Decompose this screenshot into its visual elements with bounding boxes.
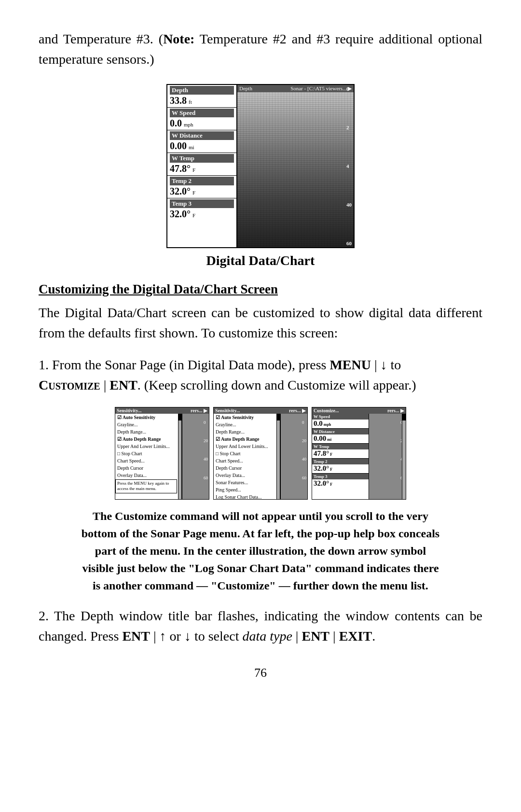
- panel2-item-2: Depth Range...: [214, 428, 274, 435]
- panel3-sonar: 0204060: [369, 414, 406, 499]
- panel1-header: Sensitivity... rers... ▶: [115, 407, 209, 414]
- panel3-temp3-value: 32.0°F: [312, 479, 369, 488]
- caption2-line1: The Customize command will not appear un…: [93, 510, 428, 522]
- panel1-scale: 0204060: [204, 419, 208, 482]
- menu-key: MENU: [329, 357, 371, 372]
- panel3-header-left: Customize...: [314, 408, 339, 413]
- panel2-item-5: □ Stop Chart: [214, 450, 274, 457]
- caption2-line4: visible just below the "Log Sonar Chart …: [82, 562, 439, 574]
- body-text: The Digital Data/Chart screen can be cus…: [39, 303, 482, 343]
- panel3-wdist-label: W Distance: [312, 429, 369, 434]
- panel2-item-7: Depth Cursor: [214, 464, 274, 472]
- panel1-content: ☑ Auto Sensitivity Grayline... Depth Ran…: [115, 414, 209, 499]
- sonar-header-left: Depth: [239, 85, 252, 92]
- panel3-wspeed-label: W Speed: [312, 414, 369, 420]
- panel1-header-left: Sensitivity...: [117, 408, 141, 413]
- panel1-item-8: Overlay Data...: [115, 472, 176, 479]
- panel2-sonar: 0204060: [280, 414, 307, 499]
- step2-number: 2.: [39, 608, 49, 623]
- panel1-scrollbar-thumb: [178, 414, 182, 420]
- wspeed-label: W Speed: [170, 109, 234, 117]
- page-number: 76: [39, 666, 482, 680]
- step2-text: 2. The Depth window title bar flashes, i…: [39, 606, 482, 646]
- panel3-scrollbar: [402, 414, 406, 499]
- panel2-screen: Sensitivity... rers... ▶ ☑ Auto Sensitiv…: [213, 407, 308, 500]
- note-label: Note:: [163, 31, 194, 46]
- step1-number: 1.: [39, 357, 49, 372]
- panel2-item-6: Chart Speed...: [214, 457, 274, 464]
- temp2-label: Temp 2: [170, 177, 234, 185]
- panel3-temp3-label: Temp 3: [312, 474, 369, 479]
- panel1-popup: Press the MENU key again to access the m…: [115, 479, 177, 493]
- panel1-header-right: rers... ▶: [191, 408, 207, 413]
- panel3-row-wdist: W Distance 0.00mi: [312, 429, 369, 444]
- panel3-row-wspeed: W Speed 0.0mph: [312, 414, 369, 429]
- step2-italic: data type: [242, 629, 292, 644]
- caption2-line3: part of the menu. In the center illustra…: [95, 545, 426, 557]
- step1-sep2: |: [100, 378, 110, 392]
- sonar-header-right: Sonar - [C:\AT5 viewers... ▶: [290, 85, 352, 92]
- wdistance-label: W Distance: [170, 131, 234, 140]
- wspeed-value: 0.0 mph: [170, 118, 234, 129]
- step1-sep1: | ↓: [371, 357, 391, 372]
- temp2-value: 32.0° F: [170, 186, 234, 197]
- panel3-wtemp-value: 47.8°F: [312, 449, 369, 458]
- depth-row: Depth 33.8 ft: [167, 85, 236, 108]
- panel2-item-0: ☑ Auto Sensitivity: [214, 414, 274, 421]
- step2-ent1: ENT: [122, 629, 150, 644]
- panel1-screen: Sensitivity... rers... ▶ ☑ Auto Sensitiv…: [115, 407, 209, 500]
- panel2-item-9: Sonar Features...: [214, 479, 274, 486]
- panel3-temp2-label: Temp 2: [312, 459, 369, 464]
- panel3-header: Customize... rers... ▶: [312, 407, 406, 414]
- panel3-temp2-value: 32.0°F: [312, 464, 369, 473]
- step2-sep1: | ↑ or ↓ to select: [150, 629, 242, 644]
- caption2-line2: bottom of the Sonar Page menu. At far le…: [82, 527, 439, 540]
- intro-paragraph: and Temperature #3. (Note: Temperature #…: [39, 29, 482, 70]
- wdistance-value: 0.00 mi: [170, 140, 234, 152]
- three-panels-wrapper: Sensitivity... rers... ▶ ☑ Auto Sensitiv…: [39, 407, 482, 500]
- to-text: to: [391, 357, 401, 372]
- wtemp-value: 47.8° F: [170, 163, 234, 174]
- step2-ent2: ENT: [302, 629, 329, 644]
- image-caption: Digital Data/Chart: [39, 253, 482, 268]
- panel1-item-2: Depth Range...: [115, 428, 176, 435]
- panel2-scrollbar-thumb: [277, 414, 281, 420]
- panel2-item-3: ☑ Auto Depth Range: [214, 435, 274, 443]
- device-image-wrapper: Depth 33.8 ft W Speed 0.0 mph W Distance…: [39, 84, 482, 248]
- device-right-panel: Depth Sonar - [C:\AT5 viewers... ▶ 0 2 4…: [237, 85, 354, 247]
- panel2-item-8: Overlay Data...: [214, 472, 274, 479]
- panel2-header-left: Sensitivity...: [215, 408, 240, 413]
- step1-text1: From the Sonar Page (in Digital Data mod…: [49, 357, 329, 372]
- intro-text-before: and Temperature #3. (: [39, 31, 163, 46]
- panel1-item-7: Depth Cursor: [115, 464, 176, 472]
- step2-exit: EXIT: [339, 629, 372, 644]
- customize-cmd: Customize: [39, 378, 100, 392]
- panel1-scrollbar: [178, 414, 182, 499]
- sonar-header: Depth Sonar - [C:\AT5 viewers... ▶: [237, 85, 354, 92]
- temp3-row: Temp 3 32.0° F: [167, 198, 236, 221]
- panel2-item-11: Log Sonar Chart Data...: [214, 493, 274, 499]
- panel3-row-temp3: Temp 3 32.0°F: [312, 474, 369, 488]
- panel3-data-panel: W Speed 0.0mph W Distance 0.00mi W Temp …: [312, 414, 369, 499]
- panel2-scrollbar: [276, 414, 280, 499]
- panel3-row-temp2: Temp 2 32.0°F: [312, 459, 369, 474]
- panel1-item-1: Grayline...: [115, 421, 176, 428]
- step2-sep3: |: [329, 629, 339, 644]
- wdistance-row: W Distance 0.00 mi: [167, 130, 236, 153]
- panel1-item-3: ☑ Auto Depth Range: [115, 435, 176, 443]
- panel2-item-4: Upper And Lower Limits...: [214, 443, 274, 450]
- caption2-text: The Customize command will not appear un…: [39, 507, 482, 594]
- panel3-wtemp-label: W Temp: [312, 444, 369, 449]
- wtemp-row: W Temp 47.8° F: [167, 153, 236, 176]
- wtemp-label: W Temp: [170, 154, 234, 163]
- panel3-wspeed-value: 0.0mph: [312, 420, 369, 428]
- depth-label: Depth: [170, 86, 234, 95]
- panel1-item-0: ☑ Auto Sensitivity: [115, 414, 176, 421]
- panel3-screen: Customize... rers... ▶ W Speed 0.0mph W …: [312, 407, 406, 500]
- panel2-item-10: Ping Speed...: [214, 486, 274, 493]
- panel2-item-1: Grayline...: [214, 421, 274, 428]
- step2-text2: .: [372, 629, 375, 644]
- panel2-header-right: rers... ▶: [289, 408, 306, 413]
- device-left-panel: Depth 33.8 ft W Speed 0.0 mph W Distance…: [167, 85, 237, 247]
- wspeed-row: W Speed 0.0 mph: [167, 108, 236, 130]
